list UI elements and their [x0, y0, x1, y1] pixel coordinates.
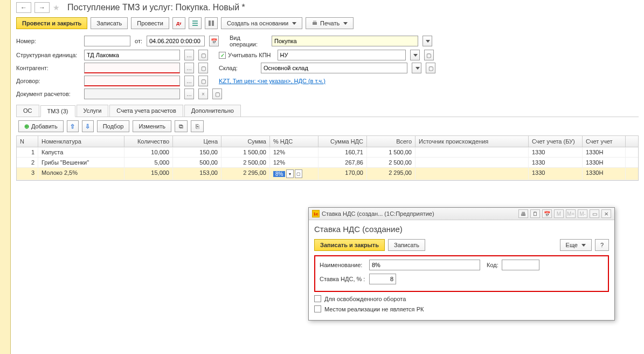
number-input[interactable]: [84, 36, 130, 46]
col-total[interactable]: Всего: [367, 136, 416, 147]
counterparty-open[interactable]: ▢: [198, 63, 208, 73]
structure-icon-button[interactable]: [189, 17, 202, 29]
col-account-nu[interactable]: Счет учет: [583, 136, 626, 147]
items-grid: N Номенклатура Количество Цена Сумма % Н…: [16, 135, 639, 181]
nav-back-button[interactable]: ←: [16, 2, 31, 13]
not-rk-checkbox[interactable]: ✓: [314, 305, 321, 312]
payment-doc-clear[interactable]: ×: [198, 88, 208, 99]
svg-rect-2: [192, 25, 198, 26]
highlighted-fields: Наименование: Код: Ставка НДС, % :: [314, 255, 609, 292]
modal-mminus-button[interactable]: M-: [578, 209, 587, 218]
payment-doc-open[interactable]: ▢: [212, 88, 222, 99]
svg-rect-6: [313, 21, 316, 22]
move-down-button[interactable]: ⇩: [82, 120, 94, 132]
vat-name-input[interactable]: [369, 260, 480, 270]
warehouse-label: Склад:: [219, 65, 257, 71]
modal-printer-icon[interactable]: 🖶: [518, 209, 528, 218]
col-sum[interactable]: Сумма: [221, 136, 270, 147]
col-quantity[interactable]: Количество: [124, 136, 173, 147]
vat-rate-input[interactable]: [369, 274, 396, 284]
col-n[interactable]: N: [17, 136, 38, 147]
col-price[interactable]: Цена: [173, 136, 221, 147]
svg-rect-4: [212, 21, 214, 26]
left-sidebar: [0, 0, 11, 354]
col-origin[interactable]: Источник происхождения: [416, 136, 529, 147]
post-button[interactable]: Провести: [131, 17, 169, 29]
svg-rect-5: [313, 22, 317, 25]
modal-save-button[interactable]: Записать: [388, 239, 425, 251]
modal-mplus-button[interactable]: M+: [566, 209, 576, 218]
warehouse-input[interactable]: [261, 63, 407, 73]
movement-icon-button[interactable]: [205, 17, 218, 29]
contract-label: Договор:: [16, 78, 80, 84]
freed-turnover-checkbox[interactable]: ✓: [314, 295, 321, 302]
table-row[interactable]: 2Грибы "Вешенки"5,000500,002 500,0012%26…: [17, 158, 638, 168]
svg-rect-3: [209, 21, 211, 26]
modal-minimize-button[interactable]: ▭: [590, 209, 599, 218]
calendar-icon[interactable]: 📅: [209, 36, 219, 46]
include-kpn-checkbox[interactable]: ✓: [219, 52, 226, 59]
modal-calendar-icon[interactable]: 📅: [542, 209, 552, 218]
table-row[interactable]: 1Капуста10,000150,001 500,0012%160,711 5…: [17, 147, 638, 158]
tab-os[interactable]: ОС: [16, 105, 39, 117]
contract-picker[interactable]: …: [184, 76, 194, 86]
operation-type-select[interactable]: [272, 36, 418, 46]
warehouse-dropdown[interactable]: [412, 63, 421, 73]
kpn-input[interactable]: [278, 50, 406, 60]
modal-more-button[interactable]: Еще: [560, 239, 592, 251]
operation-type-dropdown[interactable]: [423, 36, 432, 46]
counterparty-picker[interactable]: …: [184, 63, 194, 73]
price-info-link[interactable]: KZT, Тип цен: <не указан>, НДС (в т.ч.): [219, 78, 326, 84]
structural-unit-label: Структурная единица:: [16, 52, 80, 58]
dtct-icon-button[interactable]: Дт: [172, 17, 185, 29]
payment-doc-label: Документ расчетов:: [16, 91, 80, 97]
modal-calc-icon[interactable]: 🗒: [530, 209, 540, 218]
table-row[interactable]: 3Молоко 2,5%15,000153,002 295,008%▾▢170,…: [17, 168, 638, 180]
page-title: Поступление ТМЗ и услуг: Покупка. Новый …: [67, 3, 245, 12]
tab-tmz[interactable]: ТМЗ (3): [40, 105, 75, 117]
print-button[interactable]: Печать: [306, 17, 354, 29]
pickup-button[interactable]: Подбор: [97, 120, 130, 132]
tab-accounts[interactable]: Счета учета расчетов: [109, 105, 183, 117]
counterparty-input[interactable]: [84, 63, 180, 73]
create-on-basis-button[interactable]: Создать на основании: [221, 17, 302, 29]
col-vat-sum[interactable]: Сумма НДС: [318, 136, 367, 147]
modal-close-button[interactable]: ✕: [601, 209, 611, 218]
contract-open[interactable]: ▢: [198, 76, 208, 86]
favorite-icon[interactable]: ★: [53, 3, 60, 12]
date-input[interactable]: [147, 36, 205, 46]
kpn-dropdown[interactable]: [410, 50, 420, 60]
post-and-close-button[interactable]: Провести и закрыть: [16, 17, 87, 29]
move-up-button[interactable]: ⇧: [67, 120, 79, 132]
from-label: от:: [135, 38, 142, 44]
vat-code-input[interactable]: [502, 260, 539, 270]
payment-doc-picker[interactable]: …: [184, 88, 194, 99]
modal-help-button[interactable]: ?: [595, 239, 609, 251]
warehouse-open[interactable]: ▢: [426, 63, 435, 73]
svg-rect-1: [192, 23, 198, 24]
vat-rate-modal: 1c Ставка НДС (создан... (1С:Предприятие…: [308, 207, 615, 321]
copy-icon-button[interactable]: ⧉: [175, 120, 188, 132]
payment-doc-input[interactable]: [84, 88, 180, 99]
col-account-bu[interactable]: Счет учета (БУ): [529, 136, 583, 147]
nav-forward-button[interactable]: →: [34, 2, 50, 13]
paste-icon-button[interactable]: ⎘: [191, 120, 204, 132]
tab-services[interactable]: Услуги: [77, 105, 109, 117]
modal-m-button[interactable]: M: [554, 209, 564, 218]
freed-turnover-label: Для освобожденного оборота: [324, 296, 406, 302]
app-logo-icon: 1c: [312, 210, 320, 217]
structural-unit-picker[interactable]: …: [184, 50, 194, 60]
vat-name-label: Наименование:: [320, 262, 366, 268]
change-button[interactable]: Изменить: [133, 120, 171, 132]
structural-unit-input[interactable]: [84, 50, 180, 60]
col-vat[interactable]: % НДС: [270, 136, 318, 147]
modal-save-close-button[interactable]: Записать и закрыть: [314, 239, 385, 251]
structural-unit-open[interactable]: ▢: [198, 50, 208, 60]
kpn-open[interactable]: ▢: [424, 50, 434, 60]
contract-input[interactable]: [84, 76, 180, 86]
tab-additional[interactable]: Дополнительно: [184, 105, 241, 117]
vat-code-label: Код:: [487, 262, 498, 268]
save-button[interactable]: Записать: [91, 17, 128, 29]
col-nomenclature[interactable]: Номенклатура: [38, 136, 124, 147]
add-row-button[interactable]: ⊕ Добавить: [18, 120, 64, 132]
